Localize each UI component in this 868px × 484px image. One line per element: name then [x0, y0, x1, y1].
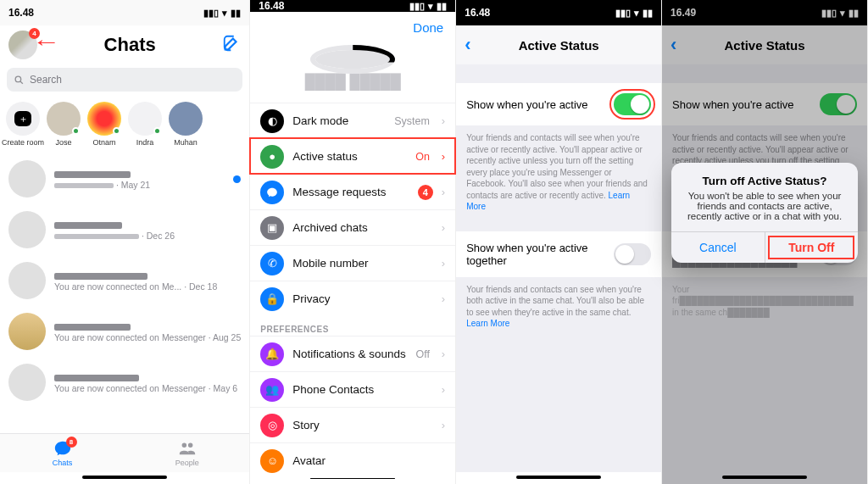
chat-icon: [260, 181, 284, 204]
battery-icon: ▮▮: [437, 1, 447, 12]
story-item[interactable]: Otnam: [86, 102, 122, 147]
row-archived-chats[interactable]: ▣ Archived chats ›: [250, 209, 455, 245]
status-icons: ▮▮▯ ▾ ▮▮: [409, 1, 447, 12]
home-indicator: [310, 478, 395, 479]
chat-item[interactable]: You are now connected on Messenger · May…: [0, 357, 249, 408]
avatar-icon: [8, 364, 46, 401]
screen-settings: 16.48 ▮▮▯ ▾ ▮▮ Done ████ █████ ◐ Dark mo…: [250, 0, 456, 484]
chat-item[interactable]: You are now connected on Messenger · Aug…: [0, 306, 249, 357]
chevron-right-icon: ›: [442, 419, 445, 431]
lock-icon: 🔒: [260, 287, 284, 311]
arrow-annotation-icon: ←: [32, 29, 61, 55]
cancel-button[interactable]: Cancel: [671, 232, 765, 263]
tab-bar: 8 Chats People: [0, 433, 249, 472]
avatar-icon: ☺: [260, 449, 284, 473]
row-active-status[interactable]: ● Active status On ›: [250, 138, 455, 174]
wifi-icon: ▾: [222, 8, 227, 19]
compose-button[interactable]: [222, 34, 241, 57]
row-message-requests[interactable]: Message requests 4 ›: [250, 174, 455, 209]
clock: 16.48: [8, 7, 34, 19]
page-title: Chats: [37, 34, 222, 56]
row-phone-contacts[interactable]: 👥 Phone Contacts ›: [250, 371, 455, 407]
row-label: Show when you're active together: [466, 242, 614, 267]
profile-name: ████ █████: [250, 74, 455, 91]
people-icon: [178, 439, 197, 458]
status-bar: 16.48 ▮▮▯ ▾ ▮▮: [250, 0, 455, 12]
clock: 16.48: [259, 0, 284, 12]
row-description: Your friends and contacts will see when …: [456, 125, 661, 213]
chevron-right-icon: ›: [442, 221, 445, 234]
home-indicator: [516, 476, 601, 479]
avatar-icon: [8, 262, 46, 299]
story-item[interactable]: Muhan: [168, 102, 203, 147]
chevron-right-icon: ›: [442, 186, 445, 198]
wifi-icon: ▾: [428, 1, 433, 12]
row-mobile-number[interactable]: ✆ Mobile number ›: [250, 245, 455, 281]
chat-item[interactable]: You are now connected on Me... · Dec 18: [0, 255, 249, 306]
screen-active-status: 16.48 ▮▮▯▾▮▮ ‹ Active Status Show when y…: [456, 0, 662, 484]
online-dot-icon: [113, 127, 120, 135]
contacts-icon: 👥: [260, 378, 284, 402]
chevron-right-icon: ›: [442, 150, 445, 163]
row-story[interactable]: ◎ Story ›: [250, 407, 455, 442]
signal-icon: ▮▮▯: [409, 1, 425, 12]
chevron-right-icon: ›: [442, 292, 445, 305]
avatar-icon: [128, 102, 162, 136]
online-dot-icon: [72, 127, 80, 135]
story-item[interactable]: Jose: [46, 102, 81, 147]
chevron-right-icon: ›: [442, 383, 445, 396]
nav-bar: ‹ Active Status: [456, 25, 661, 64]
toggle-show-active[interactable]: [614, 93, 651, 115]
avatar-icon: [8, 211, 46, 248]
avatar-icon: [8, 160, 46, 197]
tab-chats[interactable]: 8 Chats: [0, 434, 125, 472]
home-indicator: [82, 476, 167, 479]
home-indicator: [722, 476, 807, 479]
settings-header: Done: [250, 12, 455, 43]
story-icon: ◎: [260, 414, 284, 437]
avatar-icon: [47, 102, 81, 136]
unread-dot-icon: [233, 175, 241, 183]
badge: 4: [418, 185, 433, 200]
row-description: Your friends and contacts can see when y…: [456, 277, 661, 330]
row-label: Show when you're active: [466, 98, 587, 111]
battery-icon: ▮▮: [231, 8, 241, 19]
row-notifications[interactable]: 🔔 Notifications & sounds Off ›: [250, 336, 455, 371]
compose-icon: [222, 34, 241, 53]
story-create-room[interactable]: ＋ Create room: [5, 102, 41, 147]
avatar-icon: [169, 102, 203, 136]
status-icons: ▮▮▯ ▾ ▮▮: [203, 8, 241, 19]
chevron-right-icon: ›: [442, 348, 445, 360]
clock: 16.48: [465, 7, 490, 19]
done-button[interactable]: Done: [413, 20, 443, 35]
status-icons: ▮▮▯▾▮▮: [615, 8, 653, 19]
avatar-icon: [8, 313, 46, 350]
bell-icon: 🔔: [260, 342, 284, 366]
row-avatar[interactable]: ☺ Avatar: [250, 442, 455, 478]
page-title: Active Status: [456, 38, 661, 53]
chat-bubble-icon: 8: [53, 439, 72, 458]
profile-avatar[interactable]: [315, 50, 390, 69]
turn-off-button[interactable]: Turn Off: [765, 232, 859, 263]
alert-title: Turn off Active Status?: [683, 175, 846, 187]
tab-people[interactable]: People: [125, 434, 249, 472]
create-room-icon: ＋: [6, 102, 40, 136]
chat-item[interactable]: · Dec 26: [0, 204, 249, 255]
online-dot-icon: [153, 127, 161, 135]
learn-more-link[interactable]: Learn More: [466, 319, 509, 328]
story-item[interactable]: Indra: [127, 102, 163, 147]
row-dark-mode[interactable]: ◐ Dark mode System ›: [250, 103, 455, 138]
confirm-dialog: Turn off Active Status? You won't be abl…: [671, 163, 858, 263]
status-bar: 16.48 ▮▮▯▾▮▮: [456, 0, 661, 25]
row-privacy[interactable]: 🔒 Privacy ›: [250, 281, 455, 316]
search-icon: [14, 75, 25, 86]
search-input[interactable]: Search: [7, 68, 242, 92]
screen-active-status-confirm: 16.49 ▮▮▯▾▮▮ ‹ Active Status Show when y…: [662, 0, 868, 484]
moon-icon: ◐: [260, 109, 284, 133]
toggle-active-together[interactable]: [614, 243, 651, 265]
screen-chats: 16.48 ▮▮▯ ▾ ▮▮ 4 ← Chats Search ＋ Create…: [0, 0, 250, 484]
chevron-right-icon: ›: [442, 114, 445, 127]
search-placeholder: Search: [30, 74, 62, 86]
phone-icon: ✆: [260, 252, 284, 275]
chat-item[interactable]: · May 21: [0, 153, 249, 204]
